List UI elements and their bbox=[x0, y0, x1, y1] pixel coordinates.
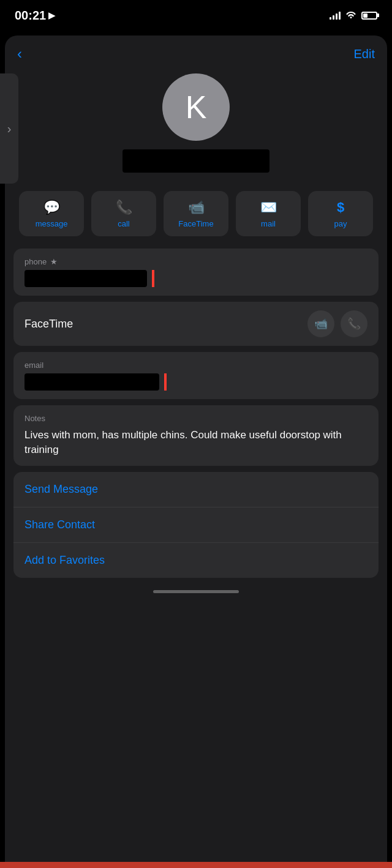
avatar-section: K bbox=[5, 67, 387, 185]
facetime-section-label: FaceTime bbox=[24, 318, 73, 331]
mail-button[interactable]: ✉️ mail bbox=[236, 191, 301, 236]
info-sections: phone ★ FaceTime 📹 📞 bbox=[5, 249, 387, 466]
pay-button[interactable]: $ pay bbox=[308, 191, 373, 236]
star-icon: ★ bbox=[50, 257, 58, 266]
video-icon: 📹 bbox=[314, 317, 328, 331]
call-button[interactable]: 📞 call bbox=[91, 191, 156, 236]
facetime-audio-button[interactable]: 📞 bbox=[341, 310, 368, 337]
pay-icon: $ bbox=[337, 200, 344, 215]
call-icon: 📞 bbox=[116, 200, 132, 215]
status-icons bbox=[330, 10, 377, 21]
home-indicator bbox=[5, 578, 387, 599]
email-address-redacted[interactable] bbox=[24, 373, 159, 391]
avatar-initial: K bbox=[186, 89, 207, 125]
add-favorites-action[interactable]: Add to Favorites bbox=[13, 543, 379, 578]
notes-card: Notes Lives with mom, has multiple chins… bbox=[13, 405, 379, 466]
prev-screen-peek: › bbox=[0, 73, 18, 184]
wifi-icon bbox=[345, 10, 356, 21]
facetime-icon: 📹 bbox=[188, 200, 205, 215]
share-contact-action[interactable]: Share Contact bbox=[13, 507, 379, 543]
email-card: email bbox=[13, 352, 379, 399]
facetime-label: FaceTime bbox=[178, 219, 213, 228]
edit-button[interactable]: Edit bbox=[354, 47, 375, 61]
notes-text: Lives with mom, has multiple chins. Coul… bbox=[24, 428, 368, 457]
facetime-row: FaceTime 📹 📞 bbox=[24, 310, 368, 337]
contact-name-redacted bbox=[123, 149, 270, 173]
call-label: call bbox=[118, 219, 130, 228]
avatar: K bbox=[162, 73, 230, 141]
facetime-video-button[interactable]: 📹 bbox=[307, 310, 334, 337]
battery-icon bbox=[361, 12, 377, 20]
signal-icon bbox=[330, 11, 341, 20]
action-list: Send Message Share Contact Add to Favori… bbox=[13, 472, 379, 578]
mail-icon: ✉️ bbox=[260, 200, 277, 215]
mail-label: mail bbox=[261, 219, 276, 228]
nav-bar: ‹ Edit bbox=[5, 36, 387, 67]
funsubstance-text: You'll get addicted to FUNsubstance.com bbox=[118, 866, 274, 869]
message-button[interactable]: 💬 message bbox=[19, 191, 84, 236]
funsubstance-bar: You'll get addicted to FUNsubstance.com bbox=[0, 862, 392, 868]
right-chevron-icon: › bbox=[7, 122, 12, 136]
phone-card: phone ★ bbox=[13, 249, 379, 296]
phone-label: phone ★ bbox=[24, 257, 368, 266]
send-message-action[interactable]: Send Message bbox=[13, 472, 379, 507]
phone-number-redacted[interactable] bbox=[24, 270, 147, 287]
back-button[interactable]: ‹ bbox=[17, 45, 22, 62]
contact-card: ‹ Edit K 💬 message 📞 call 📹 FaceTime bbox=[5, 36, 387, 862]
facetime-card: FaceTime 📹 📞 bbox=[13, 302, 379, 346]
message-icon: 💬 bbox=[43, 200, 60, 215]
status-bar: 00:21 ▶ bbox=[0, 0, 392, 31]
clock: 00:21 bbox=[15, 9, 46, 23]
email-label: email bbox=[24, 361, 368, 370]
location-icon: ▶ bbox=[48, 10, 55, 20]
notes-label: Notes bbox=[24, 414, 368, 423]
facetime-actions: 📹 📞 bbox=[307, 310, 368, 337]
action-buttons-row: 💬 message 📞 call 📹 FaceTime ✉️ mail $ pa… bbox=[5, 185, 387, 249]
home-bar bbox=[153, 590, 239, 593]
pay-label: pay bbox=[334, 219, 347, 228]
phone-icon: 📞 bbox=[347, 317, 361, 331]
message-label: message bbox=[36, 219, 68, 228]
facetime-button[interactable]: 📹 FaceTime bbox=[164, 191, 228, 236]
status-time: 00:21 ▶ bbox=[15, 9, 55, 23]
